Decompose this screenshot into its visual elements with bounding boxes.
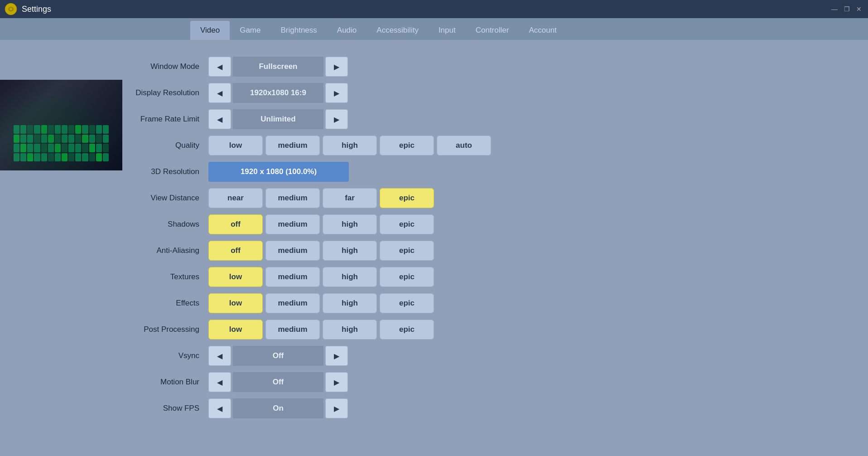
motion-blur-label: Motion Blur	[63, 378, 208, 387]
window-mode-prev[interactable]: ◀	[208, 57, 231, 77]
post-processing-epic[interactable]: epic	[380, 320, 434, 340]
video-thumbnail	[0, 80, 122, 170]
vsync-prev[interactable]: ◀	[208, 346, 231, 366]
motion-blur-row: Motion Blur ◀ Off ▶	[63, 369, 868, 395]
display-resolution-next[interactable]: ▶	[325, 83, 348, 103]
frame-rate-value: Unlimited	[233, 109, 323, 129]
minimize-button[interactable]: —	[829, 5, 839, 14]
shadows-high[interactable]: high	[323, 214, 377, 234]
tab-input[interactable]: Input	[429, 21, 466, 40]
maximize-button[interactable]: ❐	[842, 5, 852, 14]
post-processing-high[interactable]: high	[323, 320, 377, 340]
anti-aliasing-epic[interactable]: epic	[380, 241, 434, 261]
textures-epic[interactable]: epic	[380, 267, 434, 287]
video-preview	[0, 80, 122, 170]
title-bar: Settings — ❐ ✕	[0, 0, 868, 18]
tab-brightness[interactable]: Brightness	[270, 21, 327, 40]
anti-aliasing-medium[interactable]: medium	[265, 241, 320, 261]
show-fps-control: ◀ On ▶	[208, 398, 348, 418]
show-fps-next[interactable]: ▶	[325, 398, 348, 418]
tab-game[interactable]: Game	[230, 21, 270, 40]
anti-aliasing-row: Anti-Aliasing off medium high epic	[63, 238, 868, 264]
post-processing-group: low medium high epic	[208, 320, 434, 340]
settings-icon	[5, 3, 17, 15]
vsync-label: Vsync	[63, 351, 208, 360]
display-resolution-row: Display Resolution ◀ 1920x1080 16:9 ▶	[63, 80, 868, 106]
textures-label: Textures	[63, 272, 208, 281]
vsync-control: ◀ Off ▶	[208, 346, 348, 366]
motion-blur-prev[interactable]: ◀	[208, 372, 231, 392]
shadows-off[interactable]: off	[208, 214, 263, 234]
3d-resolution-row: 3D Resolution 1920 x 1080 (100.0%)	[63, 159, 868, 185]
title-bar-left: Settings	[5, 3, 51, 15]
view-distance-medium[interactable]: medium	[265, 188, 320, 208]
app-title: Settings	[22, 5, 51, 14]
quality-high[interactable]: high	[323, 136, 377, 155]
post-processing-medium[interactable]: medium	[265, 320, 320, 340]
anti-aliasing-high[interactable]: high	[323, 241, 377, 261]
show-fps-prev[interactable]: ◀	[208, 398, 231, 418]
tab-audio[interactable]: Audio	[327, 21, 366, 40]
keyboard-preview	[14, 125, 109, 161]
effects-label: Effects	[63, 299, 208, 308]
window-mode-control: ◀ Fullscreen ▶	[208, 57, 348, 77]
view-distance-epic[interactable]: epic	[380, 188, 434, 208]
motion-blur-control: ◀ Off ▶	[208, 372, 348, 392]
vsync-next[interactable]: ▶	[325, 346, 348, 366]
view-distance-row: View Distance near medium far epic	[63, 185, 868, 211]
frame-rate-control: ◀ Unlimited ▶	[208, 109, 348, 129]
tab-video[interactable]: Video	[190, 21, 230, 40]
effects-row: Effects low medium high epic	[63, 290, 868, 316]
view-distance-group: near medium far epic	[208, 188, 434, 208]
effects-low[interactable]: low	[208, 293, 263, 313]
post-processing-low[interactable]: low	[208, 320, 263, 340]
3d-resolution-value: 1920 x 1080 (100.0%)	[208, 162, 349, 182]
post-processing-label: Post Processing	[63, 325, 208, 334]
display-resolution-prev[interactable]: ◀	[208, 83, 231, 103]
view-distance-far[interactable]: far	[323, 188, 377, 208]
settings-area: Window Mode ◀ Fullscreen ▶ Display Resol…	[63, 53, 868, 422]
quality-group: low medium high epic auto	[208, 136, 491, 155]
effects-epic[interactable]: epic	[380, 293, 434, 313]
textures-high[interactable]: high	[323, 267, 377, 287]
quality-row: Quality low medium high epic auto	[63, 132, 868, 159]
textures-low[interactable]: low	[208, 267, 263, 287]
window-mode-next[interactable]: ▶	[325, 57, 348, 77]
window-mode-row: Window Mode ◀ Fullscreen ▶	[63, 53, 868, 80]
window-controls: — ❐ ✕	[829, 5, 863, 14]
view-distance-label: View Distance	[63, 194, 208, 203]
tab-controller[interactable]: Controller	[466, 21, 519, 40]
shadows-medium[interactable]: medium	[265, 214, 320, 234]
vsync-row: Vsync ◀ Off ▶	[63, 343, 868, 369]
view-distance-near[interactable]: near	[208, 188, 263, 208]
window-mode-value: Fullscreen	[233, 57, 323, 77]
textures-medium[interactable]: medium	[265, 267, 320, 287]
textures-row: Textures low medium high epic	[63, 264, 868, 290]
anti-aliasing-label: Anti-Aliasing	[63, 246, 208, 255]
motion-blur-value: Off	[233, 372, 323, 392]
quality-epic[interactable]: epic	[380, 136, 434, 155]
motion-blur-next[interactable]: ▶	[325, 372, 348, 392]
shadows-label: Shadows	[63, 220, 208, 229]
shadows-epic[interactable]: epic	[380, 214, 434, 234]
frame-rate-prev[interactable]: ◀	[208, 109, 231, 129]
show-fps-value: On	[233, 398, 323, 418]
tab-accessibility[interactable]: Accessibility	[366, 21, 429, 40]
frame-rate-next[interactable]: ▶	[325, 109, 348, 129]
effects-medium[interactable]: medium	[265, 293, 320, 313]
display-resolution-value: 1920x1080 16:9	[233, 83, 323, 103]
tab-account[interactable]: Account	[519, 21, 566, 40]
close-button[interactable]: ✕	[854, 5, 863, 14]
textures-group: low medium high epic	[208, 267, 434, 287]
effects-high[interactable]: high	[323, 293, 377, 313]
svg-point-1	[10, 8, 13, 11]
quality-low[interactable]: low	[208, 136, 263, 155]
window-mode-label: Window Mode	[63, 62, 208, 71]
anti-aliasing-off[interactable]: off	[208, 241, 263, 261]
quality-auto[interactable]: auto	[437, 136, 491, 155]
shadows-group: off medium high epic	[208, 214, 434, 234]
post-processing-row: Post Processing low medium high epic	[63, 316, 868, 343]
show-fps-label: Show FPS	[63, 404, 208, 413]
display-resolution-control: ◀ 1920x1080 16:9 ▶	[208, 83, 348, 103]
quality-medium[interactable]: medium	[265, 136, 320, 155]
